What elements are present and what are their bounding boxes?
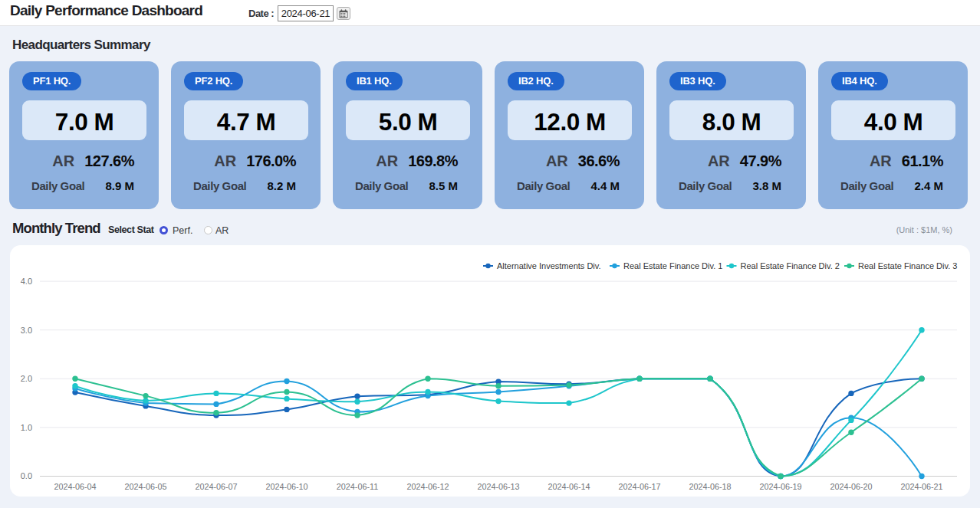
- svg-text:2024-06-11: 2024-06-11: [337, 482, 378, 491]
- svg-text:Alternative Investments Div.: Alternative Investments Div.: [497, 261, 601, 270]
- svg-text:Real Estate Finance Div. 1: Real Estate Finance Div. 1: [623, 261, 722, 270]
- svg-text:2024-06-17: 2024-06-17: [618, 482, 660, 491]
- svg-text:2024-06-12: 2024-06-12: [406, 482, 449, 491]
- svg-text:3.0: 3.0: [21, 326, 32, 335]
- svg-text:2024-06-20: 2024-06-20: [830, 482, 872, 491]
- svg-text:0.0: 0.0: [21, 471, 32, 480]
- svg-text:2024-06-04: 2024-06-04: [54, 482, 96, 491]
- svg-text:2.0: 2.0: [21, 374, 32, 383]
- svg-text:4.0: 4.0: [21, 277, 32, 286]
- svg-text:2024-06-14: 2024-06-14: [548, 482, 590, 491]
- svg-text:2024-06-19: 2024-06-19: [759, 482, 801, 491]
- svg-text:2024-06-07: 2024-06-07: [195, 482, 237, 491]
- svg-text:2024-06-05: 2024-06-05: [124, 482, 166, 491]
- svg-text:1.0: 1.0: [21, 423, 32, 432]
- svg-text:Real Estate Finance Div. 3: Real Estate Finance Div. 3: [858, 261, 957, 270]
- svg-text:2024-06-21: 2024-06-21: [900, 482, 942, 491]
- svg-text:2024-06-18: 2024-06-18: [689, 482, 731, 491]
- svg-text:Real Estate Finance Div. 2: Real Estate Finance Div. 2: [741, 261, 840, 270]
- svg-text:2024-06-13: 2024-06-13: [477, 482, 519, 491]
- svg-text:2024-06-10: 2024-06-10: [265, 482, 307, 491]
